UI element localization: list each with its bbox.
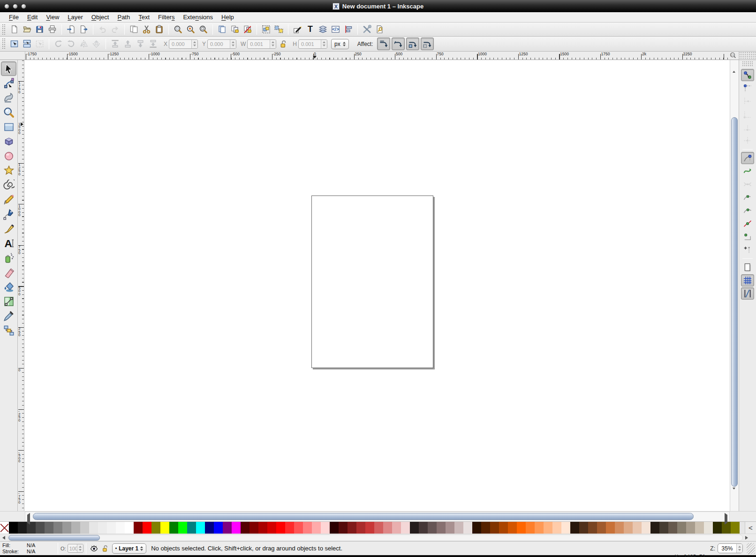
palette-swatch[interactable]: [18, 522, 27, 534]
zoom-to-selection-button[interactable]: [172, 23, 184, 36]
layer-select[interactable]: • Layer 1: [112, 543, 147, 554]
palette-swatch[interactable]: [178, 522, 187, 534]
snap-object-centers-toggle[interactable]: [741, 231, 754, 243]
palette-swatch[interactable]: [642, 522, 650, 534]
palette-swatch[interactable]: [205, 522, 214, 534]
menu-path[interactable]: Path: [113, 12, 134, 22]
palette-swatch[interactable]: [196, 522, 205, 534]
palette-swatch[interactable]: [499, 522, 508, 534]
unlink-clone-button[interactable]: [241, 23, 254, 36]
palette-swatch[interactable]: [45, 522, 53, 534]
open-document-button[interactable]: [21, 23, 33, 36]
palette-swatch[interactable]: [526, 522, 535, 534]
palette-swatch[interactable]: [374, 522, 383, 534]
scroll-right-button[interactable]: [725, 515, 727, 523]
tool-rectangle[interactable]: [1, 120, 16, 134]
height-spinner[interactable]: [321, 40, 327, 48]
palette-swatch[interactable]: [659, 522, 668, 534]
palette-swatch[interactable]: [437, 522, 446, 534]
palette-scroll-track[interactable]: [8, 534, 743, 541]
tool-selector[interactable]: [1, 61, 16, 76]
palette-swatch[interactable]: [606, 522, 615, 534]
x-spinner[interactable]: [191, 40, 197, 48]
palette-swatch[interactable]: [267, 522, 276, 534]
select-all-layers-button[interactable]: [21, 38, 33, 50]
palette-swatch[interactable]: [125, 522, 134, 534]
menu-view[interactable]: View: [42, 12, 63, 22]
no-color-swatch[interactable]: [0, 522, 9, 534]
snap-page-border-toggle[interactable]: [741, 261, 754, 273]
menu-file[interactable]: File: [5, 12, 23, 22]
width-spinner[interactable]: [270, 40, 276, 48]
text-dialog-button[interactable]: T: [304, 23, 317, 36]
scale-rounded-corners-toggle[interactable]: [392, 38, 405, 50]
palette-swatch[interactable]: [597, 522, 606, 534]
paste-button[interactable]: [153, 23, 166, 36]
preferences-button[interactable]: [361, 23, 373, 36]
menu-object[interactable]: Object: [87, 12, 113, 22]
tool-zoom[interactable]: [1, 105, 16, 120]
duplicate-button[interactable]: [216, 23, 228, 36]
zoom-corner-button[interactable]: 1:1: [729, 52, 739, 60]
palette-swatch[interactable]: [633, 522, 642, 534]
palette-swatch[interactable]: [36, 522, 45, 534]
palette-swatch[interactable]: [552, 522, 561, 534]
menu-edit[interactable]: Edit: [23, 12, 42, 22]
palette-swatch[interactable]: [446, 522, 454, 534]
palette-swatch[interactable]: [241, 522, 249, 534]
palette-swatch[interactable]: [624, 522, 633, 534]
tool-eraser[interactable]: [1, 265, 16, 279]
fill-stroke-dialog-button[interactable]: [291, 23, 304, 36]
palette-swatch[interactable]: [98, 522, 107, 534]
snap-midpoints-toggle[interactable]: [741, 218, 754, 230]
canvas[interactable]: [24, 60, 730, 511]
palette-swatch[interactable]: [294, 522, 303, 534]
maximize-button[interactable]: [21, 4, 26, 9]
tool-bezier-pen[interactable]: [1, 207, 16, 221]
zoom-to-page-button[interactable]: [197, 23, 210, 36]
layer-lock-toggle[interactable]: [100, 543, 111, 554]
snap-enable-toggle[interactable]: [741, 69, 754, 81]
palette-swatch[interactable]: [312, 522, 321, 534]
palette-swatch[interactable]: [276, 522, 285, 534]
palette-scroll-thumb[interactable]: [8, 535, 100, 541]
palette-swatch[interactable]: [535, 522, 544, 534]
menu-help[interactable]: Help: [217, 12, 238, 22]
palette-swatch[interactable]: [588, 522, 597, 534]
vertical-ruler[interactable]: 1 7 5 01 5 0 01 2 5 01 0 0 07 5 05 0 02 …: [18, 60, 24, 511]
tool-dropper[interactable]: [1, 309, 16, 323]
x-input[interactable]: 0.000: [169, 39, 198, 49]
snap-nodes-toggle[interactable]: [741, 152, 754, 164]
palette-swatch[interactable]: [365, 522, 374, 534]
layer-visibility-toggle[interactable]: [89, 543, 100, 554]
palette-swatch[interactable]: [107, 522, 116, 534]
palette-swatch[interactable]: [561, 522, 570, 534]
palette-swatch[interactable]: [330, 522, 339, 534]
create-clone-button[interactable]: [228, 23, 241, 36]
palette-swatch[interactable]: [143, 522, 151, 534]
tool-ellipse[interactable]: [1, 149, 16, 163]
palette-swatch[interactable]: [285, 522, 294, 534]
palette-swatch[interactable]: [544, 522, 552, 534]
palette-swatch[interactable]: [160, 522, 169, 534]
unit-select[interactable]: px: [331, 39, 349, 49]
tool-pencil[interactable]: [1, 192, 16, 207]
menu-extensions[interactable]: Extensions: [179, 12, 217, 22]
export-button[interactable]: [77, 23, 90, 36]
scale-stroke-width-toggle[interactable]: [377, 38, 390, 50]
menu-filters[interactable]: Filters: [154, 12, 179, 22]
horizontal-scrollbar[interactable]: [25, 512, 729, 521]
palette-swatch[interactable]: [579, 522, 588, 534]
palette-swatch[interactable]: [116, 522, 125, 534]
ungroup-button[interactable]: [272, 23, 285, 36]
snap-bounding-box-toggle[interactable]: [741, 82, 754, 94]
palette-swatch[interactable]: [472, 522, 481, 534]
zoom-spinner[interactable]: [736, 544, 742, 553]
palette-swatch[interactable]: [258, 522, 267, 534]
palette-swatch[interactable]: [339, 522, 348, 534]
snap-rotation-centers-toggle[interactable]: [741, 244, 754, 256]
palette-swatch[interactable]: [401, 522, 410, 534]
transform-patterns-toggle[interactable]: [421, 38, 434, 50]
tool-tweak[interactable]: [1, 90, 16, 105]
select-all-button[interactable]: [8, 38, 21, 50]
